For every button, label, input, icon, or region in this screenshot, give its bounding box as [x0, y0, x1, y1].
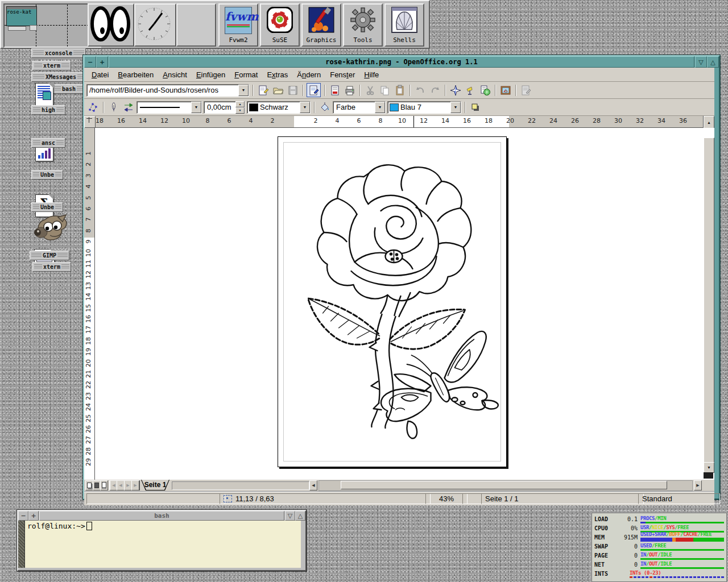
icon-bash[interactable]: bash — [53, 84, 85, 94]
status-position-cell[interactable]: 11,13 / 8,63 — [220, 493, 431, 504]
line-style-select[interactable]: ▼ — [136, 101, 202, 114]
hscroll-left-button[interactable]: ◀ — [309, 480, 317, 490]
previous-page-button[interactable]: ◀ — [117, 480, 125, 490]
status-style-cell[interactable]: Standard — [638, 493, 720, 504]
window-menu-button[interactable]: − — [84, 56, 96, 68]
line-width-field[interactable]: 0,00cm ▲▼ — [204, 101, 245, 114]
edit-file-icon[interactable] — [307, 83, 321, 97]
window-menu-button[interactable]: − — [18, 511, 28, 521]
zoom-icon[interactable] — [464, 84, 477, 97]
pager-mini-window[interactable] — [8, 26, 26, 31]
horizontal-scrollbar-thumb[interactable] — [341, 481, 667, 489]
icon-xterm[interactable]: xterm — [32, 61, 71, 70]
icon-xconsole[interactable]: xconsole — [31, 48, 86, 58]
fill-style-select[interactable]: Farbe ▼ — [333, 101, 386, 114]
master-mode-button[interactable] — [93, 480, 101, 490]
hscroll-right-button[interactable]: ▶ — [694, 480, 702, 490]
page-mode-button[interactable] — [85, 480, 93, 490]
icon-xterm-2[interactable]: xterm — [32, 262, 71, 272]
terminal-body[interactable]: rolf@linux:~> — [18, 521, 301, 568]
layer-mode-button[interactable] — [100, 480, 108, 490]
url-field[interactable]: /home/rolf/Bilder-und-Sounds/rosen/ros ▼ — [86, 84, 249, 97]
scroll-up-button[interactable]: ▲ — [704, 116, 714, 128]
fill-color-select[interactable]: Blau 7 ▼ — [387, 101, 461, 114]
status-zoom-cell[interactable]: 43% — [425, 493, 468, 504]
redo-icon[interactable] — [428, 84, 441, 97]
new-document-icon[interactable] — [257, 84, 270, 97]
last-page-button[interactable]: ▶ — [131, 480, 140, 490]
vertical-scrollbar-thumb[interactable] — [704, 138, 714, 463]
fvwm-pager[interactable]: rose-kat — [3, 3, 101, 48]
image-object-bounds[interactable] — [283, 142, 501, 462]
page-tab[interactable]: Seite 1 — [141, 480, 169, 490]
icon-high[interactable]: high — [31, 105, 65, 115]
window-maximize-button[interactable]: △ — [707, 56, 719, 68]
shadow-toggle-icon[interactable] — [469, 101, 482, 114]
menu-datei[interactable]: Datei — [88, 69, 113, 80]
url-dropdown-button[interactable]: ▼ — [238, 85, 249, 96]
print-icon[interactable] — [343, 84, 356, 97]
window-iconify-button[interactable]: ▽ — [285, 511, 295, 521]
export-pdf-icon[interactable] — [328, 84, 341, 97]
pager-mini-window[interactable] — [30, 25, 37, 31]
icon-ansc[interactable]: ansc — [31, 138, 65, 148]
window-resize-button[interactable]: + — [28, 511, 39, 521]
panel-button-suse[interactable]: SuSE — [260, 3, 300, 47]
terminal-scrollbar[interactable] — [18, 521, 25, 568]
line-color-dropdown-button[interactable]: ▼ — [300, 102, 310, 113]
vertical-ruler[interactable]: 1234567891011121314151617181920212223242… — [84, 128, 95, 480]
status-page-cell[interactable]: Seite 1 / 1 — [481, 493, 644, 504]
line-color-select[interactable]: Schwarz ▼ — [247, 101, 311, 114]
line-width-spinner[interactable]: ▲▼ — [235, 101, 245, 114]
menu-fenster[interactable]: Fenster — [326, 69, 359, 80]
icon-unbenannt-2[interactable]: Unbe — [31, 202, 63, 212]
drawing-page[interactable] — [278, 136, 507, 467]
icon-gimp[interactable]: GIMP — [30, 251, 69, 260]
scroll-down-button[interactable]: ▼ — [704, 462, 714, 473]
text-document-icon[interactable] — [35, 83, 53, 106]
edit-points-icon[interactable] — [86, 101, 100, 114]
pen-icon[interactable] — [107, 101, 120, 114]
hyperlink-icon[interactable] — [478, 84, 491, 97]
save-icon[interactable] — [286, 84, 299, 97]
terminal-titlebar[interactable]: − + bash ▽ △ — [18, 511, 305, 521]
horizontal-scrollbar[interactable] — [318, 480, 693, 491]
menu-hilfe[interactable]: Hilfe — [360, 69, 383, 80]
paste-icon[interactable] — [393, 84, 406, 97]
window-resize-button[interactable]: + — [96, 56, 108, 68]
window-iconify-button[interactable]: ▽ — [695, 56, 707, 68]
menu-bearbeiten[interactable]: Bearbeiten — [114, 69, 158, 80]
horizontal-ruler[interactable]: 1816141210864224681012141618202224262830… — [96, 116, 704, 127]
fill-style-dropdown-button[interactable]: ▼ — [375, 102, 385, 113]
copy-icon[interactable] — [378, 84, 391, 97]
arrow-style-icon[interactable] — [122, 101, 135, 114]
cut-icon[interactable] — [363, 84, 377, 97]
icon-unbenannt-1[interactable]: Unbe — [31, 170, 63, 180]
window-maximize-button[interactable]: △ — [295, 511, 305, 521]
panel-button-tools[interactable]: Tools — [343, 3, 383, 47]
panel-button-graphics[interactable]: Graphics — [301, 3, 341, 47]
menu-extras[interactable]: Extras — [263, 69, 292, 80]
menu-einfuegen[interactable]: Einfügen — [192, 69, 229, 80]
drawing-canvas[interactable]: 1234567891011121314151617181920212223242… — [84, 128, 714, 480]
next-page-button[interactable]: ▶ — [124, 480, 132, 490]
form-icon[interactable] — [519, 84, 532, 97]
menu-ansicht[interactable]: Ansicht — [159, 69, 191, 80]
undo-icon[interactable] — [413, 84, 427, 97]
navigator-icon[interactable] — [449, 84, 462, 97]
gimp-wilber-icon[interactable] — [33, 214, 68, 243]
fill-color-dropdown-button[interactable]: ▼ — [450, 102, 461, 113]
panel-button-shells[interactable]: Shells — [384, 3, 424, 47]
ruler-origin-button[interactable] — [84, 116, 96, 128]
open-icon[interactable] — [271, 84, 284, 97]
line-style-dropdown-button[interactable]: ▼ — [191, 102, 201, 113]
gallery-icon[interactable] — [499, 84, 512, 97]
panel-button-fvwm2[interactable]: fvwm Fvwm2 — [218, 3, 258, 47]
pager-mini-window[interactable]: rose-kat — [6, 6, 37, 26]
menu-aendern[interactable]: Ändern — [293, 69, 325, 80]
fill-icon[interactable] — [318, 101, 331, 114]
tab-strip-spacer — [172, 481, 309, 490]
menu-format[interactable]: Format — [230, 69, 262, 80]
openoffice-titlebar[interactable]: − + rose-kathrin.png - OpenOffice.org 1.… — [84, 56, 719, 68]
icon-xmessages[interactable]: XMessages — [31, 72, 90, 82]
